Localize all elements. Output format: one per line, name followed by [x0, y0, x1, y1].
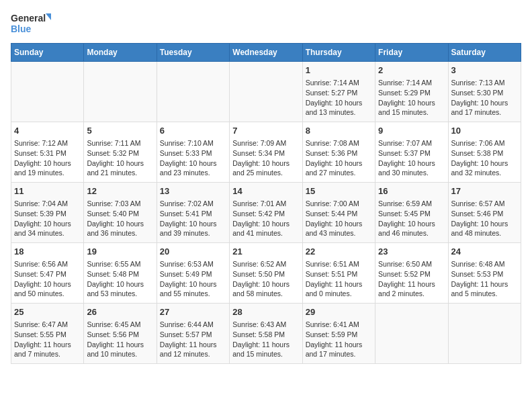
calendar-cell: 25Sunrise: 6:47 AM Sunset: 5:55 PM Dayli…	[11, 304, 84, 364]
day-info: Sunrise: 7:07 AM Sunset: 5:37 PM Dayligh…	[378, 138, 445, 178]
calendar-week-row: 18Sunrise: 6:56 AM Sunset: 5:47 PM Dayli…	[11, 243, 521, 304]
calendar-cell: 12Sunrise: 7:03 AM Sunset: 5:40 PM Dayli…	[84, 183, 157, 243]
day-info: Sunrise: 7:10 AM Sunset: 5:33 PM Dayligh…	[160, 138, 226, 178]
weekday-header: Thursday	[302, 44, 375, 62]
day-info: Sunrise: 6:52 AM Sunset: 5:50 PM Dayligh…	[232, 259, 299, 299]
calendar-cell: 23Sunrise: 6:50 AM Sunset: 5:52 PM Dayli…	[375, 243, 448, 304]
day-number: 28	[232, 306, 299, 318]
calendar-cell: 14Sunrise: 7:01 AM Sunset: 5:42 PM Dayli…	[230, 183, 302, 243]
weekday-header: Friday	[375, 44, 448, 62]
calendar-cell	[375, 304, 448, 364]
calendar-cell: 19Sunrise: 6:55 AM Sunset: 5:48 PM Dayli…	[84, 243, 157, 304]
calendar-cell: 5Sunrise: 7:11 AM Sunset: 5:32 PM Daylig…	[84, 122, 157, 183]
calendar-header-row: SundayMondayTuesdayWednesdayThursdayFrid…	[11, 44, 521, 62]
day-info: Sunrise: 7:11 AM Sunset: 5:32 PM Dayligh…	[87, 138, 153, 178]
calendar-cell: 18Sunrise: 6:56 AM Sunset: 5:47 PM Dayli…	[11, 243, 84, 304]
calendar-cell: 29Sunrise: 6:41 AM Sunset: 5:59 PM Dayli…	[302, 304, 375, 364]
calendar-cell: 28Sunrise: 6:43 AM Sunset: 5:58 PM Dayli…	[230, 304, 302, 364]
day-number: 20	[160, 246, 226, 258]
weekday-header: Sunday	[11, 44, 84, 62]
day-info: Sunrise: 6:48 AM Sunset: 5:53 PM Dayligh…	[451, 259, 518, 299]
calendar-week-row: 4Sunrise: 7:12 AM Sunset: 5:31 PM Daylig…	[11, 122, 521, 183]
day-number: 1	[306, 64, 372, 77]
calendar-week-row: 11Sunrise: 7:04 AM Sunset: 5:39 PM Dayli…	[11, 183, 521, 243]
weekday-header: Monday	[84, 44, 157, 62]
day-info: Sunrise: 6:50 AM Sunset: 5:52 PM Dayligh…	[378, 259, 445, 299]
day-number: 24	[451, 246, 518, 258]
day-number: 8	[306, 125, 372, 137]
calendar-cell: 3Sunrise: 7:13 AM Sunset: 5:30 PM Daylig…	[448, 62, 521, 122]
day-info: Sunrise: 6:45 AM Sunset: 5:56 PM Dayligh…	[87, 320, 153, 359]
weekday-header: Wednesday	[230, 44, 302, 62]
calendar-cell: 10Sunrise: 7:06 AM Sunset: 5:38 PM Dayli…	[448, 122, 521, 183]
calendar-cell	[157, 62, 229, 122]
calendar-cell: 7Sunrise: 7:09 AM Sunset: 5:34 PM Daylig…	[230, 122, 302, 183]
day-number: 21	[232, 246, 299, 258]
day-info: Sunrise: 7:04 AM Sunset: 5:39 PM Dayligh…	[14, 199, 81, 238]
day-number: 25	[14, 306, 81, 318]
day-number: 13	[160, 185, 226, 197]
day-number: 16	[378, 185, 445, 197]
calendar-cell: 26Sunrise: 6:45 AM Sunset: 5:56 PM Dayli…	[84, 304, 157, 364]
calendar-cell: 2Sunrise: 7:14 AM Sunset: 5:29 PM Daylig…	[375, 62, 448, 122]
day-info: Sunrise: 6:44 AM Sunset: 5:57 PM Dayligh…	[160, 320, 226, 359]
day-info: Sunrise: 7:00 AM Sunset: 5:44 PM Dayligh…	[306, 199, 372, 238]
day-info: Sunrise: 7:06 AM Sunset: 5:38 PM Dayligh…	[451, 138, 518, 178]
day-info: Sunrise: 7:03 AM Sunset: 5:40 PM Dayligh…	[87, 199, 153, 238]
day-info: Sunrise: 7:01 AM Sunset: 5:42 PM Dayligh…	[232, 199, 299, 238]
calendar-cell: 9Sunrise: 7:07 AM Sunset: 5:37 PM Daylig…	[375, 122, 448, 183]
calendar-cell	[448, 304, 521, 364]
day-number: 23	[378, 246, 445, 258]
day-number: 6	[160, 125, 226, 137]
day-number: 14	[232, 185, 299, 197]
day-info: Sunrise: 7:08 AM Sunset: 5:36 PM Dayligh…	[306, 138, 372, 178]
day-number: 3	[451, 64, 518, 77]
calendar-cell	[84, 62, 157, 122]
day-info: Sunrise: 6:59 AM Sunset: 5:45 PM Dayligh…	[378, 199, 445, 238]
calendar-cell	[11, 62, 84, 122]
day-info: Sunrise: 6:56 AM Sunset: 5:47 PM Dayligh…	[14, 259, 81, 299]
logo-svg: General Blue	[11, 11, 51, 38]
calendar-cell: 6Sunrise: 7:10 AM Sunset: 5:33 PM Daylig…	[157, 122, 229, 183]
calendar-cell: 16Sunrise: 6:59 AM Sunset: 5:45 PM Dayli…	[375, 183, 448, 243]
logo: General Blue	[11, 11, 51, 38]
day-number: 7	[232, 125, 299, 137]
day-number: 18	[14, 246, 81, 258]
day-number: 4	[14, 125, 81, 137]
svg-text:General: General	[11, 13, 46, 24]
day-number: 29	[306, 306, 372, 318]
day-info: Sunrise: 6:43 AM Sunset: 5:58 PM Dayligh…	[232, 320, 299, 359]
day-info: Sunrise: 7:13 AM Sunset: 5:30 PM Dayligh…	[451, 78, 518, 118]
svg-text:Blue: Blue	[11, 24, 32, 34]
calendar-cell: 11Sunrise: 7:04 AM Sunset: 5:39 PM Dayli…	[11, 183, 84, 243]
day-number: 15	[306, 185, 372, 197]
calendar-cell: 22Sunrise: 6:51 AM Sunset: 5:51 PM Dayli…	[302, 243, 375, 304]
day-info: Sunrise: 7:09 AM Sunset: 5:34 PM Dayligh…	[232, 138, 299, 178]
day-info: Sunrise: 7:12 AM Sunset: 5:31 PM Dayligh…	[14, 138, 81, 178]
day-number: 26	[87, 306, 153, 318]
calendar-cell: 13Sunrise: 7:02 AM Sunset: 5:41 PM Dayli…	[157, 183, 229, 243]
day-number: 22	[306, 246, 372, 258]
calendar-cell: 21Sunrise: 6:52 AM Sunset: 5:50 PM Dayli…	[230, 243, 302, 304]
day-number: 17	[451, 185, 518, 197]
calendar-cell: 1Sunrise: 7:14 AM Sunset: 5:27 PM Daylig…	[302, 62, 375, 122]
day-info: Sunrise: 7:02 AM Sunset: 5:41 PM Dayligh…	[160, 199, 226, 238]
day-info: Sunrise: 6:41 AM Sunset: 5:59 PM Dayligh…	[306, 320, 372, 359]
weekday-header: Saturday	[448, 44, 521, 62]
svg-marker-2	[46, 13, 51, 20]
page-header: General Blue	[11, 11, 521, 38]
day-number: 10	[451, 125, 518, 137]
day-number: 11	[14, 185, 81, 197]
calendar-cell: 17Sunrise: 6:57 AM Sunset: 5:46 PM Dayli…	[448, 183, 521, 243]
day-number: 9	[378, 125, 445, 137]
day-info: Sunrise: 6:53 AM Sunset: 5:49 PM Dayligh…	[160, 259, 226, 299]
day-number: 5	[87, 125, 153, 137]
calendar-cell: 8Sunrise: 7:08 AM Sunset: 5:36 PM Daylig…	[302, 122, 375, 183]
calendar-week-row: 25Sunrise: 6:47 AM Sunset: 5:55 PM Dayli…	[11, 304, 521, 364]
day-info: Sunrise: 7:14 AM Sunset: 5:27 PM Dayligh…	[306, 78, 372, 118]
day-info: Sunrise: 6:57 AM Sunset: 5:46 PM Dayligh…	[451, 199, 518, 238]
weekday-header: Tuesday	[157, 44, 229, 62]
calendar-cell: 24Sunrise: 6:48 AM Sunset: 5:53 PM Dayli…	[448, 243, 521, 304]
day-number: 19	[87, 246, 153, 258]
calendar-cell: 4Sunrise: 7:12 AM Sunset: 5:31 PM Daylig…	[11, 122, 84, 183]
